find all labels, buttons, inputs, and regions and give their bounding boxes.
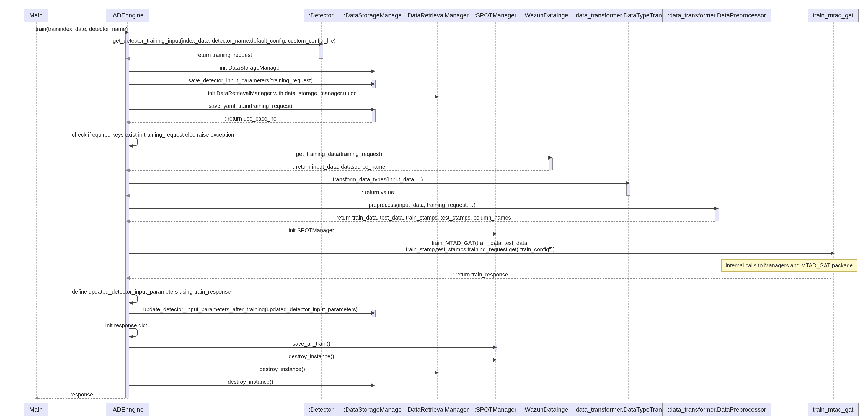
- msg-label-6: save_yaml_train(training_request): [209, 103, 292, 109]
- lifeline-wazuh: [551, 20, 551, 398]
- participant-engine-top: :ADEnngine: [106, 9, 149, 22]
- self-msg-label-20: Init response dict: [105, 322, 147, 329]
- msg-label-7: : return use_case_no: [224, 115, 277, 122]
- participant-dsm-bot: :DataStorageManager: [339, 403, 409, 416]
- lifeline-main: [36, 20, 36, 398]
- arrowhead-21: [493, 345, 497, 349]
- arrowhead-10: [126, 168, 130, 172]
- arrowhead-25: [35, 396, 38, 400]
- msg-line-4: [129, 84, 372, 84]
- msg-label-15: init SPOTManager: [289, 227, 334, 234]
- msg-line-11: [129, 183, 626, 183]
- arrowhead-4: [371, 82, 375, 86]
- arrowhead-22: [493, 358, 497, 362]
- participant-tmg-top: train_mtad_gat: [808, 9, 859, 22]
- arrowhead-24: [371, 383, 375, 387]
- participant-detector-bot: :Detector: [304, 403, 339, 416]
- msg-label-11: transform_data_types(input_data,…): [333, 176, 423, 183]
- lifeline-tmg: [833, 20, 834, 398]
- msg-line-9: [129, 158, 549, 158]
- arrowhead-23: [435, 371, 439, 375]
- msg-label-9: get_training_data(training_request): [296, 151, 382, 157]
- activation-detector-1: [319, 44, 323, 59]
- self-arrow-18: [129, 301, 132, 305]
- msg-line-17: [129, 278, 831, 279]
- participant-dpp-top: :data_transformer.DataPreprocessor: [662, 9, 771, 22]
- msg-line-12: [129, 196, 626, 196]
- msg-label-17: : return train_response: [452, 272, 508, 278]
- msg-line-21: [129, 347, 494, 348]
- msg-label-16: train_MTAD_GAT(train_data, test_data,tra…: [406, 240, 555, 253]
- msg-line-15: [129, 234, 494, 235]
- msg-label-5: init DataRetrievalManager with data_stor…: [208, 90, 357, 97]
- participant-drm-top: :DataRetrievalManager: [401, 9, 474, 22]
- msg-label-24: destroy_instance(): [228, 379, 274, 385]
- participant-main-bot: Main: [24, 403, 48, 416]
- arrowhead-14: [126, 219, 130, 223]
- msg-label-2: return training_request: [196, 52, 252, 58]
- msg-line-1: [129, 44, 319, 45]
- msg-line-25: [38, 398, 125, 398]
- msg-label-0: train(trainindex_date, detector_name): [35, 26, 128, 32]
- activation-engine-0: [125, 33, 129, 398]
- msg-line-22: [129, 360, 494, 360]
- arrowhead-13: [714, 207, 718, 210]
- participant-tmg-bot: train_mtad_gat: [808, 403, 859, 416]
- participant-spot-top: :SPOTManager: [469, 9, 522, 22]
- lifeline-dtt: [628, 20, 629, 398]
- msg-line-16: [129, 253, 831, 254]
- msg-label-23: destroy_instance(): [259, 366, 305, 372]
- msg-line-3: [129, 71, 372, 72]
- participant-dsm-top: :DataStorageManager: [339, 9, 409, 22]
- lifeline-spot: [495, 20, 496, 398]
- msg-line-10: [129, 170, 549, 171]
- note-internal-calls: Internal calls to Managers and MTAD_GAT …: [721, 259, 857, 272]
- self-msg-label-18: define updated_detector_input_parameters…: [72, 289, 231, 295]
- msg-line-23: [129, 373, 435, 373]
- self-arrow-8: [129, 144, 132, 148]
- arrowhead-12: [126, 194, 130, 198]
- msg-label-14: : return train_data, test_data, train_st…: [333, 214, 511, 221]
- msg-line-7: [129, 122, 372, 123]
- msg-line-24: [129, 385, 372, 386]
- msg-line-14: [129, 221, 715, 222]
- participant-drm-bot: :DataRetrievalManager: [401, 403, 474, 416]
- arrowhead-3: [371, 69, 375, 73]
- participant-spot-bot: :SPOTManager: [469, 403, 522, 416]
- arrowhead-5: [435, 95, 439, 99]
- self-msg-label-8: check if equired keys exist in training_…: [72, 132, 234, 138]
- msg-label-21: save_all_train(): [292, 341, 331, 347]
- arrowhead-17: [126, 276, 130, 280]
- msg-label-10: : return input_data, datasource_name: [293, 164, 385, 170]
- arrowhead-9: [548, 155, 552, 160]
- lifeline-drm: [437, 20, 438, 398]
- arrowhead-15: [493, 232, 497, 236]
- participant-detector-top: :Detector: [304, 9, 339, 22]
- arrowhead-7: [126, 120, 130, 124]
- msg-label-4: save_detector_input_parameters(training_…: [188, 77, 312, 84]
- msg-label-1: get_detector_training_input(index_date, …: [113, 38, 336, 44]
- msg-label-19: update_detector_input_parameters_after_t…: [144, 306, 358, 313]
- msg-label-3: init DataStorageManager: [220, 65, 281, 71]
- msg-line-13: [129, 208, 715, 209]
- participant-main-top: Main: [24, 9, 48, 22]
- msg-line-0: [38, 33, 125, 33]
- msg-label-22: destroy_instance(): [289, 353, 334, 360]
- participant-dpp-bot: :data_transformer.DataPreprocessor: [662, 403, 771, 416]
- msg-line-2: [129, 59, 319, 59]
- arrowhead-19: [371, 311, 375, 315]
- arrowhead-11: [626, 181, 630, 185]
- arrowhead-6: [371, 108, 375, 111]
- arrowhead-2: [126, 57, 130, 61]
- lifeline-dsm: [374, 20, 374, 398]
- msg-label-13: preprocess(input_data, training_request,…: [369, 202, 475, 208]
- msg-line-6: [129, 109, 372, 110]
- msg-label-25: response: [70, 391, 93, 398]
- msg-label-12: : return value: [362, 189, 394, 196]
- msg-line-19: [129, 313, 372, 314]
- msg-line-5: [129, 97, 435, 97]
- self-arrow-20: [129, 335, 132, 338]
- participant-engine-bot: :ADEnngine: [106, 403, 149, 416]
- arrowhead-16: [831, 251, 835, 255]
